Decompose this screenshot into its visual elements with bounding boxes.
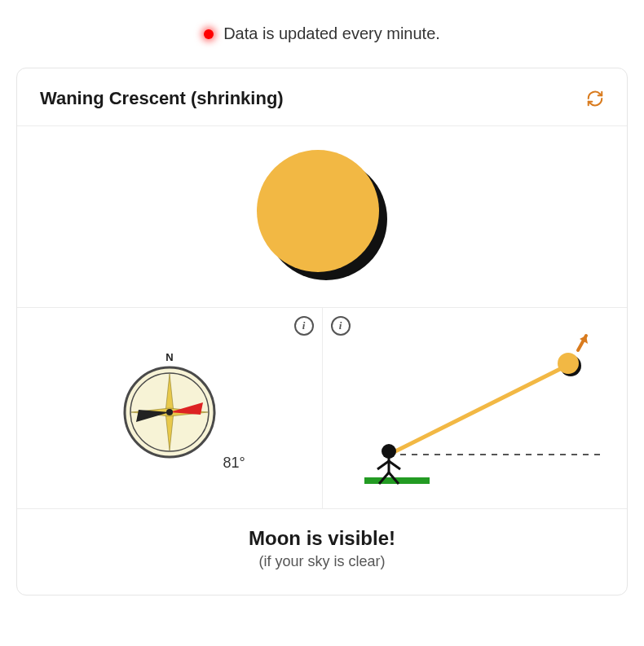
compass-north-label: N: [165, 351, 173, 363]
moon-phase-title: Waning Crescent (shrinking): [40, 88, 284, 109]
visibility-subtitle: (if your sky is clear): [17, 553, 627, 570]
altitude-panel: i: [323, 308, 628, 508]
position-row: i N: [17, 307, 627, 508]
update-notice: Data is updated every minute.: [16, 24, 628, 43]
compass-panel: i N: [17, 308, 323, 508]
altitude-diagram-icon: [340, 324, 609, 495]
svg-point-8: [166, 409, 173, 415]
visibility-section: Moon is visible! (if your sky is clear): [17, 508, 627, 595]
compass-heading: 81°: [223, 455, 245, 472]
moon-phase-icon: [249, 146, 395, 284]
svg-point-16: [382, 444, 396, 459]
compass-icon: N 81°: [117, 351, 223, 468]
svg-line-19: [389, 461, 400, 469]
moon-card: Waning Crescent (shrinking) i: [16, 68, 628, 595]
update-notice-text: Data is updated every minute.: [223, 24, 440, 43]
info-icon[interactable]: i: [294, 316, 314, 336]
refresh-icon[interactable]: [586, 90, 604, 108]
svg-line-10: [389, 365, 568, 455]
svg-point-1: [257, 150, 379, 272]
info-icon[interactable]: i: [331, 316, 351, 336]
visibility-title: Moon is visible!: [17, 527, 627, 550]
svg-point-12: [558, 353, 579, 374]
live-dot-icon: [204, 29, 214, 39]
svg-line-18: [377, 461, 389, 469]
moon-phase-section: [17, 126, 627, 307]
card-header: Waning Crescent (shrinking): [17, 68, 627, 125]
